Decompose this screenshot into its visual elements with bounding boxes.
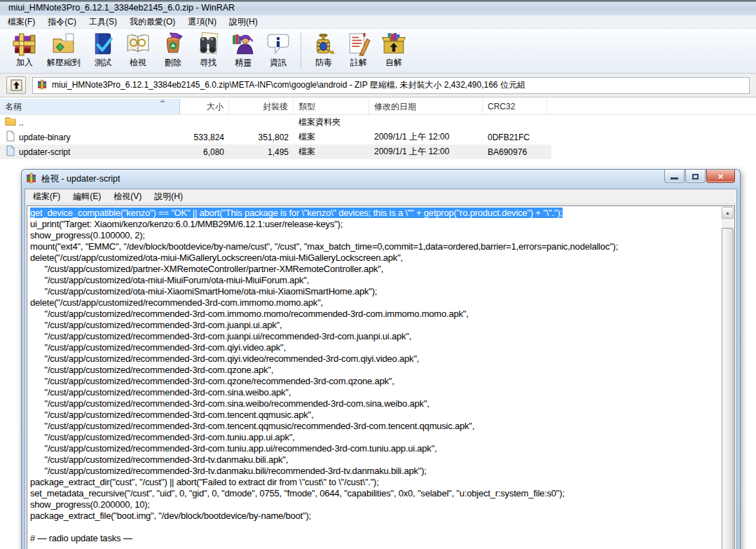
viewer-menu-item-3[interactable]: 說明(H) xyxy=(148,189,189,204)
script-line-text: "/cust/app/customized/recommended-3rd-co… xyxy=(30,421,474,431)
script-line: "/cust/app/customized/recommended-3rd-co… xyxy=(30,398,734,409)
main-menu-item-1[interactable]: 指令(C) xyxy=(41,15,83,29)
toolbar-button-label: 檢視 xyxy=(130,57,146,69)
toolbar-button-info[interactable]: 資訊 xyxy=(261,31,296,70)
up-dir-icon[interactable] xyxy=(6,76,26,94)
script-line-text: "/cust/app/customized/recommended-3rd-co… xyxy=(30,331,411,341)
toolbar-button-delete[interactable]: 刪除 xyxy=(156,31,191,70)
column-header-4[interactable]: 修改的日期 xyxy=(369,99,483,114)
script-lines: get_device_compatible("kenzo") == "OK" |… xyxy=(30,208,734,544)
script-line-text: "/cust/app/customized/recommended-3rd-co… xyxy=(30,342,286,353)
cell-modified: 2009/1/1 上午 12:00 xyxy=(369,146,483,158)
toolbar-button-find[interactable]: 尋找 xyxy=(191,31,226,70)
script-line-text: show_progress(0.200000, 10); xyxy=(30,499,150,510)
script-line: package_extract_dir("cust", "/cust") || … xyxy=(30,477,734,488)
script-line: "/cust/app/customized/partner-XMRemoteCo… xyxy=(30,264,734,275)
address-bar[interactable]: miui_HMNote3Pro_6.12.1_3384eb2145_6.0.zi… xyxy=(32,77,750,94)
toolbar-button-label: 加入 xyxy=(16,57,33,69)
script-text-area[interactable]: get_device_compatible("kenzo") == "OK" |… xyxy=(27,205,735,549)
column-header-3[interactable]: 類型 xyxy=(294,99,369,114)
script-line-text: "/cust/app/customized/ota-miui-XiaomiSma… xyxy=(30,286,377,297)
winrar-mini xyxy=(26,172,37,186)
script-line-text: "/cust/app/customized/ota-miui-MiuiForum… xyxy=(30,275,309,285)
toolbar-button-view-file[interactable]: 檢視 xyxy=(121,31,156,70)
cell-packed: 1,495 xyxy=(229,147,294,157)
column-header-1[interactable]: 大小 xyxy=(180,99,229,114)
viewer-menu-item-1[interactable]: 編輯(E) xyxy=(67,189,107,204)
scrollbar-thumb[interactable] xyxy=(722,228,734,549)
scroll-up-button[interactable]: ▲ xyxy=(722,207,734,219)
address-path: miui_HMNote3Pro_6.12.1_3384eb2145_6.0.zi… xyxy=(52,79,525,91)
find-icon xyxy=(196,32,220,56)
table-row[interactable]: update-binary533,824351,802檔案2009/1/1 上午… xyxy=(0,130,551,144)
main-menu-item-2[interactable]: 工具(S) xyxy=(83,15,123,29)
sfx-icon xyxy=(382,32,406,56)
cell-packed: 351,802 xyxy=(229,133,294,142)
cell-type: 檔案 xyxy=(294,131,369,143)
toolbar-button-add-archive[interactable]: 加入 xyxy=(7,31,42,70)
vertical-scrollbar[interactable]: ▲ xyxy=(722,207,734,549)
script-line: delete("/cust/app/customized/ota-miui-Mi… xyxy=(30,252,734,264)
script-line-text: "/cust/app/customized/partner-XMRemoteCo… xyxy=(30,264,383,274)
toolbar-button-label: 測試 xyxy=(95,57,111,69)
file-name: updater-script xyxy=(19,147,70,157)
address-row: miui_HMNote3Pro_6.12.1_3384eb2145_6.0.zi… xyxy=(0,74,756,97)
view-file-icon xyxy=(126,32,150,56)
restore-button[interactable] xyxy=(685,170,706,183)
toolbar-button-virus-scan[interactable]: 防毒 xyxy=(306,31,341,70)
main-titlebar: miui_HMNote3Pro_6.12.1_3384eb2145_6.0.zi… xyxy=(0,0,756,15)
viewer-menu-item-0[interactable]: 檔案(F) xyxy=(27,189,67,204)
toolbar-button-label: 尋找 xyxy=(200,57,217,69)
column-header-0[interactable]: 名稱 xyxy=(0,99,180,114)
script-line-text: mount("ext4", "EMMC", "/dev/block/bootde… xyxy=(30,241,618,252)
cell-crc: 0DFB21FC xyxy=(483,133,547,142)
comment-icon xyxy=(347,32,371,56)
table-row[interactable]: updater-script6,0801,495檔案2009/1/1 上午 12… xyxy=(0,144,551,159)
script-line: "/cust/app/customized/recommended-3rd-co… xyxy=(30,331,734,342)
main-menu-item-4[interactable]: 選項(N) xyxy=(181,15,223,29)
file-name: .. xyxy=(19,118,24,128)
script-line: "/cust/app/customized/recommended-3rd-co… xyxy=(30,320,734,331)
script-line: # — radio update tasks — xyxy=(30,533,734,544)
toolbar-button-test-archive[interactable]: 測試 xyxy=(85,31,121,70)
file-icon-blue xyxy=(5,145,16,158)
close-button[interactable]: × xyxy=(706,170,735,183)
script-line: get_device_compatible("kenzo") == "OK" |… xyxy=(30,208,734,219)
script-line-text: "/cust/app/customized/recommended-3rd-co… xyxy=(30,398,429,409)
main-menu-item-0[interactable]: 檔案(F) xyxy=(1,15,41,29)
script-line-text: set_metadata_recursive("/cust", "uid", 0… xyxy=(30,488,565,499)
main-menu-item-5[interactable]: 說明(H) xyxy=(223,15,264,29)
toolbar-button-extract-to[interactable]: 解壓縮到 xyxy=(42,31,85,70)
script-line: "/cust/app/customized/recommended-3rd-co… xyxy=(30,353,734,365)
scroll-up-arrow-icon: ▲ xyxy=(725,210,730,215)
viewer-titlebar[interactable]: 檢視 - updater-script × xyxy=(22,170,740,189)
script-line-text: "/cust/app/customized/recommended-3rd-co… xyxy=(30,376,394,386)
main-menu-item-3[interactable]: 我的最愛(O) xyxy=(123,15,181,29)
delete-icon xyxy=(161,32,185,56)
restore-icon xyxy=(692,174,699,179)
table-row[interactable]: ..檔案資料夾 xyxy=(0,115,551,130)
script-line: "/cust/app/customized/recommended-3rd-co… xyxy=(30,342,734,353)
wizard-icon xyxy=(231,32,255,56)
toolbar-button-wizard[interactable]: 精靈 xyxy=(226,31,261,70)
info-icon xyxy=(266,32,290,56)
minimize-button[interactable] xyxy=(664,170,685,183)
column-header-5[interactable]: CRC32 xyxy=(483,99,547,114)
file-icon xyxy=(5,130,16,144)
toolbar-button-sfx[interactable]: 自解 xyxy=(376,31,411,70)
main-toolbar: 加入解壓縮到測試檢視刪除尋找精靈資訊防毒註解自解 xyxy=(0,29,756,74)
script-line: "/cust/app/customized/recommended-3rd-co… xyxy=(30,309,734,320)
cell-type: 檔案 xyxy=(294,146,369,158)
column-header-2[interactable]: 封裝後 xyxy=(229,99,294,114)
script-line: "/cust/app/customized/ota-miui-MiuiForum… xyxy=(30,275,734,286)
script-line-text: package_extract_file("boot.img", "/dev/b… xyxy=(30,510,311,521)
cell-name: updater-script xyxy=(0,145,180,158)
minimize-icon xyxy=(671,177,678,179)
script-line: mount("ext4", "EMMC", "/dev/block/bootde… xyxy=(30,241,734,252)
script-line: "/cust/app/customized/recommended-3rd-co… xyxy=(30,376,734,387)
toolbar-button-label: 精靈 xyxy=(235,57,252,69)
viewer-menu-item-2[interactable]: 檢視(V) xyxy=(107,189,148,204)
script-line: show_progress(0.200000, 10); xyxy=(30,499,734,510)
toolbar-button-comment[interactable]: 註解 xyxy=(341,31,376,70)
script-line-text: "/cust/app/customized/recommended-3rd-co… xyxy=(30,432,295,442)
